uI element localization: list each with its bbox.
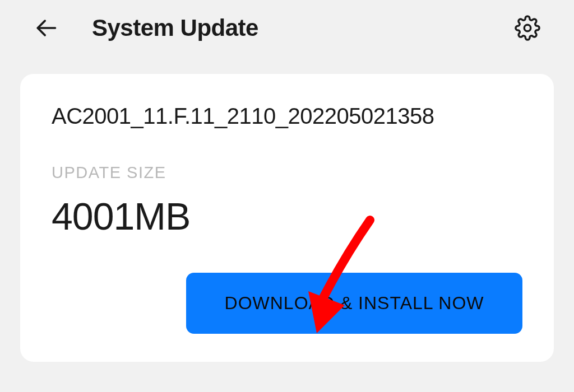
update-card: AC2001_11.F.11_2110_202205021358 UPDATE … [20, 74, 554, 362]
settings-button[interactable] [509, 10, 546, 46]
arrow-left-icon [34, 16, 58, 40]
update-size-label: UPDATE SIZE [52, 164, 522, 182]
back-button[interactable] [28, 10, 64, 46]
update-version: AC2001_11.F.11_2110_202205021358 [52, 101, 522, 131]
gear-icon [515, 15, 540, 41]
download-install-button[interactable]: DOWNLOAD & INSTALL NOW [186, 273, 522, 334]
svg-point-1 [524, 25, 531, 31]
header: System Update [0, 0, 574, 56]
update-size-value: 4001MB [52, 194, 522, 238]
page-title: System Update [92, 15, 258, 41]
